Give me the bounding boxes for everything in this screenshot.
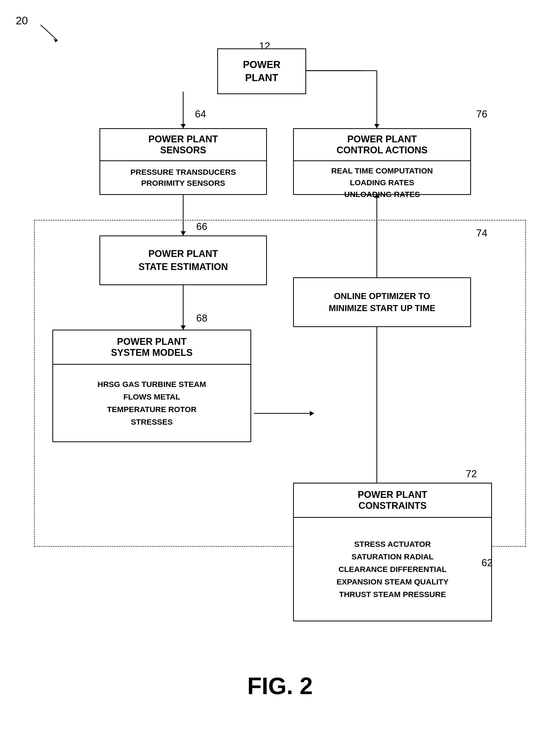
- svg-marker-6: [374, 124, 379, 128]
- box-system-models: POWER PLANT SYSTEM MODELS HRSG GAS TURBI…: [52, 330, 251, 442]
- svg-marker-3: [181, 124, 186, 128]
- ref-label-20: 20: [16, 14, 28, 27]
- box-sensors: POWER PLANT SENSORS PRESSURE TRANSDUCERS…: [99, 128, 267, 195]
- box-sensors-title: POWER PLANT SENSORS: [100, 129, 266, 161]
- box-control-title: POWER PLANT CONTROL ACTIONS: [294, 129, 470, 161]
- box-constraints-content: STRESS ACTUATOR SATURATION RADIAL CLEARA…: [294, 518, 491, 621]
- box-constraints-title: POWER PLANT CONSTRAINTS: [294, 483, 491, 518]
- box-optimizer: ONLINE OPTIMIZER TO MINIMIZE START UP TI…: [293, 277, 471, 327]
- box-control-actions: POWER PLANT CONTROL ACTIONS REAL TIME CO…: [293, 128, 471, 195]
- ref-label-74: 74: [476, 228, 487, 239]
- box-system-models-title: POWER PLANT SYSTEM MODELS: [53, 331, 250, 365]
- box-state-estimation: POWER PLANT STATE ESTIMATION: [99, 236, 267, 285]
- box-power-plant: POWER PLANT: [217, 48, 306, 94]
- diagram: 20: [0, 0, 560, 731]
- box-constraints: POWER PLANT CONSTRAINTS STRESS ACTUATOR …: [293, 483, 492, 621]
- ref-label-72: 72: [466, 468, 477, 479]
- box-sensors-content: PRESSURE TRANSDUCERS PRORIMITY SENSORS: [100, 161, 266, 194]
- ref-label-66: 66: [196, 221, 207, 232]
- ref-label-64: 64: [195, 109, 206, 120]
- ref-label-68: 68: [196, 313, 207, 324]
- ref-label-76: 76: [476, 109, 487, 120]
- svg-line-0: [41, 25, 58, 41]
- box-control-content: REAL TIME COMPUTATION LOADING RATES UNLO…: [294, 161, 470, 204]
- ref-label-62: 62: [481, 557, 492, 568]
- box-system-models-content: HRSG GAS TURBINE STEAM FLOWS METAL TEMPE…: [53, 365, 250, 441]
- svg-marker-1: [54, 39, 58, 42]
- figure-label: FIG. 2: [228, 673, 332, 700]
